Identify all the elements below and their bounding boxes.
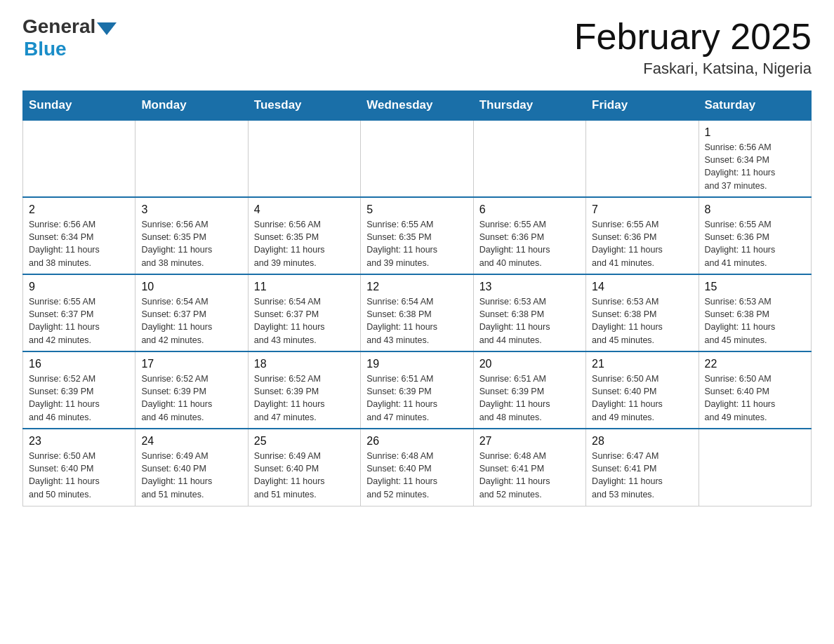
day-number: 19 (366, 358, 467, 370)
day-number: 24 (141, 435, 241, 448)
table-row: 6Sunrise: 6:55 AM Sunset: 6:36 PM Daylig… (473, 197, 585, 274)
day-info: Sunrise: 6:55 AM Sunset: 6:35 PM Dayligh… (366, 218, 467, 269)
day-number: 4 (254, 203, 355, 216)
logo-general-text: General (22, 17, 95, 36)
table-row: 21Sunrise: 6:50 AM Sunset: 6:40 PM Dayli… (586, 351, 699, 429)
table-row (361, 120, 473, 197)
table-row: 27Sunrise: 6:48 AM Sunset: 6:41 PM Dayli… (473, 429, 585, 506)
table-row: 18Sunrise: 6:52 AM Sunset: 6:39 PM Dayli… (248, 351, 360, 429)
day-number: 15 (705, 281, 805, 293)
header-wednesday: Wednesday (361, 91, 473, 121)
table-row: 24Sunrise: 6:49 AM Sunset: 6:40 PM Dayli… (135, 429, 248, 506)
table-row: 15Sunrise: 6:53 AM Sunset: 6:38 PM Dayli… (699, 274, 811, 351)
day-info: Sunrise: 6:56 AM Sunset: 6:34 PM Dayligh… (705, 141, 805, 192)
header-friday: Friday (586, 91, 699, 121)
day-number: 25 (254, 435, 355, 448)
calendar-week-row: 9Sunrise: 6:55 AM Sunset: 6:37 PM Daylig… (23, 274, 812, 351)
table-row: 5Sunrise: 6:55 AM Sunset: 6:35 PM Daylig… (361, 197, 473, 274)
day-number: 22 (705, 358, 805, 370)
day-number: 8 (705, 203, 805, 216)
table-row (23, 120, 135, 197)
day-number: 7 (592, 203, 692, 216)
day-info: Sunrise: 6:49 AM Sunset: 6:40 PM Dayligh… (141, 450, 241, 501)
table-row: 19Sunrise: 6:51 AM Sunset: 6:39 PM Dayli… (361, 351, 473, 429)
table-row (699, 429, 811, 506)
day-info: Sunrise: 6:52 AM Sunset: 6:39 PM Dayligh… (254, 373, 355, 424)
day-number: 6 (479, 203, 580, 216)
day-number: 20 (479, 358, 580, 370)
table-row: 20Sunrise: 6:51 AM Sunset: 6:39 PM Dayli… (473, 351, 585, 429)
day-number: 13 (479, 281, 580, 293)
day-number: 1 (705, 126, 805, 139)
day-info: Sunrise: 6:53 AM Sunset: 6:38 PM Dayligh… (705, 295, 805, 347)
calendar-week-row: 16Sunrise: 6:52 AM Sunset: 6:39 PM Dayli… (23, 351, 812, 429)
day-number: 16 (29, 358, 129, 370)
header-saturday: Saturday (699, 91, 811, 121)
day-number: 23 (29, 435, 129, 448)
day-number: 3 (141, 203, 241, 216)
day-number: 14 (592, 281, 692, 293)
title-area: February 2025 Faskari, Katsina, Nigeria (574, 17, 812, 78)
day-info: Sunrise: 6:56 AM Sunset: 6:35 PM Dayligh… (141, 218, 241, 269)
logo-blue-text: Blue (22, 38, 67, 60)
table-row (473, 120, 585, 197)
table-row: 3Sunrise: 6:56 AM Sunset: 6:35 PM Daylig… (135, 197, 248, 274)
table-row: 25Sunrise: 6:49 AM Sunset: 6:40 PM Dayli… (248, 429, 360, 506)
logo-arrow-icon (97, 22, 117, 35)
day-info: Sunrise: 6:54 AM Sunset: 6:37 PM Dayligh… (141, 295, 241, 347)
table-row: 10Sunrise: 6:54 AM Sunset: 6:37 PM Dayli… (135, 274, 248, 351)
days-header-row: Sunday Monday Tuesday Wednesday Thursday… (23, 91, 812, 121)
table-row (135, 120, 248, 197)
table-row: 8Sunrise: 6:55 AM Sunset: 6:36 PM Daylig… (699, 197, 811, 274)
day-info: Sunrise: 6:55 AM Sunset: 6:36 PM Dayligh… (705, 218, 805, 269)
day-info: Sunrise: 6:53 AM Sunset: 6:38 PM Dayligh… (592, 295, 692, 347)
day-number: 2 (29, 203, 129, 216)
table-row: 11Sunrise: 6:54 AM Sunset: 6:37 PM Dayli… (248, 274, 360, 351)
table-row (586, 120, 699, 197)
table-row: 26Sunrise: 6:48 AM Sunset: 6:40 PM Dayli… (361, 429, 473, 506)
header-tuesday: Tuesday (248, 91, 360, 121)
table-row: 28Sunrise: 6:47 AM Sunset: 6:41 PM Dayli… (586, 429, 699, 506)
day-info: Sunrise: 6:56 AM Sunset: 6:34 PM Dayligh… (29, 218, 129, 269)
table-row: 7Sunrise: 6:55 AM Sunset: 6:36 PM Daylig… (586, 197, 699, 274)
calendar-week-row: 23Sunrise: 6:50 AM Sunset: 6:40 PM Dayli… (23, 429, 812, 506)
logo: General Blue (22, 17, 117, 60)
day-info: Sunrise: 6:51 AM Sunset: 6:39 PM Dayligh… (479, 373, 580, 424)
day-number: 28 (592, 435, 692, 448)
table-row (248, 120, 360, 197)
day-info: Sunrise: 6:50 AM Sunset: 6:40 PM Dayligh… (592, 373, 692, 424)
day-info: Sunrise: 6:54 AM Sunset: 6:38 PM Dayligh… (366, 295, 467, 347)
day-info: Sunrise: 6:55 AM Sunset: 6:36 PM Dayligh… (479, 218, 580, 269)
day-info: Sunrise: 6:48 AM Sunset: 6:40 PM Dayligh… (366, 450, 467, 501)
table-row: 2Sunrise: 6:56 AM Sunset: 6:34 PM Daylig… (23, 197, 135, 274)
day-info: Sunrise: 6:49 AM Sunset: 6:40 PM Dayligh… (254, 450, 355, 501)
table-row: 13Sunrise: 6:53 AM Sunset: 6:38 PM Dayli… (473, 274, 585, 351)
day-number: 27 (479, 435, 580, 448)
table-row: 4Sunrise: 6:56 AM Sunset: 6:35 PM Daylig… (248, 197, 360, 274)
header: General Blue February 2025 Faskari, Kats… (22, 17, 812, 78)
day-number: 9 (29, 281, 129, 293)
day-info: Sunrise: 6:52 AM Sunset: 6:39 PM Dayligh… (29, 373, 129, 424)
header-thursday: Thursday (473, 91, 585, 121)
table-row: 23Sunrise: 6:50 AM Sunset: 6:40 PM Dayli… (23, 429, 135, 506)
day-number: 10 (141, 281, 241, 293)
day-number: 18 (254, 358, 355, 370)
day-info: Sunrise: 6:50 AM Sunset: 6:40 PM Dayligh… (29, 450, 129, 501)
day-number: 21 (592, 358, 692, 370)
day-info: Sunrise: 6:56 AM Sunset: 6:35 PM Dayligh… (254, 218, 355, 269)
day-info: Sunrise: 6:47 AM Sunset: 6:41 PM Dayligh… (592, 450, 692, 501)
day-info: Sunrise: 6:55 AM Sunset: 6:37 PM Dayligh… (29, 295, 129, 347)
table-row: 17Sunrise: 6:52 AM Sunset: 6:39 PM Dayli… (135, 351, 248, 429)
day-number: 5 (366, 203, 467, 216)
table-row: 14Sunrise: 6:53 AM Sunset: 6:38 PM Dayli… (586, 274, 699, 351)
table-row: 9Sunrise: 6:55 AM Sunset: 6:37 PM Daylig… (23, 274, 135, 351)
day-info: Sunrise: 6:51 AM Sunset: 6:39 PM Dayligh… (366, 373, 467, 424)
header-monday: Monday (135, 91, 248, 121)
header-sunday: Sunday (23, 91, 135, 121)
day-info: Sunrise: 6:50 AM Sunset: 6:40 PM Dayligh… (705, 373, 805, 424)
day-number: 12 (366, 281, 467, 293)
table-row: 22Sunrise: 6:50 AM Sunset: 6:40 PM Dayli… (699, 351, 811, 429)
calendar-table: Sunday Monday Tuesday Wednesday Thursday… (22, 90, 812, 507)
location-title: Faskari, Katsina, Nigeria (574, 60, 812, 78)
table-row: 1Sunrise: 6:56 AM Sunset: 6:34 PM Daylig… (699, 120, 811, 197)
